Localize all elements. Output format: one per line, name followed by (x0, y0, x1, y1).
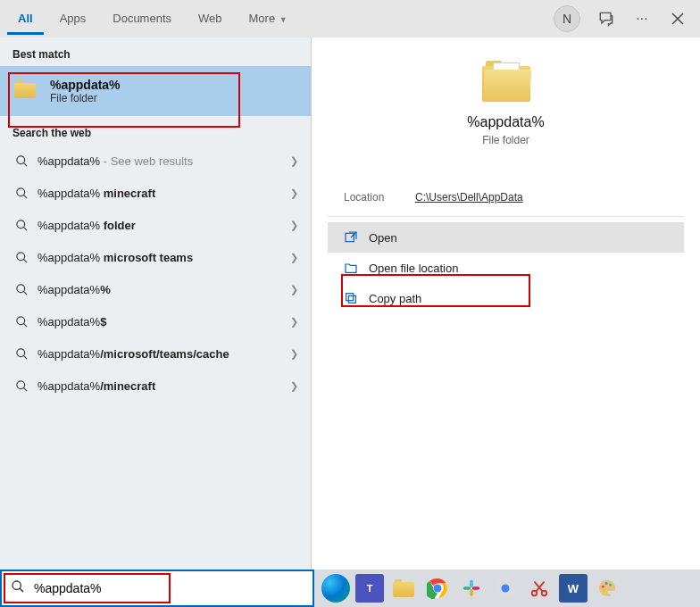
svg-point-40 (603, 589, 605, 592)
chevron-right-icon: ❯ (290, 284, 298, 295)
svg-line-9 (23, 259, 27, 262)
tab-more[interactable]: More ▼ (238, 3, 298, 35)
row-text: %appdata% folder (38, 219, 290, 232)
svg-rect-27 (470, 580, 473, 587)
svg-line-36 (535, 582, 543, 592)
web-result-row[interactable]: %appdata%/minecraft❯ (0, 370, 311, 402)
svg-point-16 (16, 380, 24, 388)
search-icon (12, 283, 30, 296)
web-result-row[interactable]: %appdata% microsoft teams❯ (0, 241, 311, 273)
chevron-right-icon: ❯ (290, 348, 298, 360)
svg-point-12 (16, 316, 24, 324)
best-match-result[interactable]: %appdata% File folder (0, 66, 311, 116)
svg-line-13 (23, 323, 27, 327)
tab-documents[interactable]: Documents (102, 3, 182, 35)
row-text: %appdata% minecraft (38, 187, 290, 200)
open-icon (342, 230, 360, 245)
svg-line-35 (536, 582, 544, 592)
tab-web[interactable]: Web (188, 3, 233, 35)
row-text: %appdata%$ (38, 315, 290, 328)
feedback-icon[interactable] (596, 10, 616, 28)
search-icon (12, 379, 30, 393)
chevron-right-icon: ❯ (290, 220, 298, 231)
web-result-row[interactable]: %appdata% folder❯ (0, 209, 311, 241)
row-text: %appdata% - See web results (38, 154, 290, 168)
chevron-right-icon: ❯ (290, 316, 298, 328)
svg-line-23 (20, 588, 23, 592)
action-open[interactable]: Open (328, 222, 684, 253)
svg-rect-30 (472, 586, 479, 590)
preview-title: %appdata% (328, 114, 684, 130)
user-avatar[interactable]: N (554, 5, 580, 32)
action-copy-path[interactable]: Copy path (328, 283, 684, 313)
chevron-down-icon: ▼ (277, 15, 287, 24)
svg-line-3 (23, 162, 27, 166)
tab-all[interactable]: All (7, 3, 44, 35)
svg-rect-20 (348, 295, 355, 303)
chrome-icon[interactable] (423, 574, 452, 603)
row-text: %appdata%/microsoft/teams/cache (38, 347, 290, 361)
tab-apps[interactable]: Apps (49, 3, 97, 35)
svg-point-8 (16, 252, 24, 260)
word-icon[interactable]: W (559, 574, 588, 603)
folder-icon (14, 80, 39, 102)
svg-point-38 (605, 582, 608, 585)
svg-point-4 (16, 187, 24, 195)
more-icon[interactable]: ··· (632, 11, 652, 27)
search-icon (12, 154, 30, 168)
web-result-row[interactable]: %appdata%/microsoft/teams/cache❯ (0, 337, 311, 370)
web-result-row[interactable]: %appdata%%❯ (0, 273, 311, 305)
best-match-title: %appdata% (50, 78, 121, 92)
search-icon (12, 187, 30, 200)
svg-line-15 (23, 355, 27, 359)
teams-icon[interactable]: T (355, 574, 384, 603)
chevron-right-icon: ❯ (290, 187, 298, 199)
best-match-sub: File folder (50, 92, 121, 104)
svg-point-10 (16, 284, 24, 292)
svg-line-11 (23, 291, 27, 295)
action-label: Open file location (369, 262, 458, 275)
slack-icon[interactable] (457, 574, 486, 603)
location-value[interactable]: C:\Users\Dell\AppData (415, 191, 523, 204)
location-icon (342, 261, 360, 275)
action-label: Copy path (369, 292, 421, 305)
svg-point-32 (502, 585, 510, 593)
search-web-label: Search the web (0, 116, 311, 145)
svg-point-14 (16, 348, 24, 356)
snip-icon[interactable] (525, 574, 554, 603)
tabs-bar: All Apps Documents Web More ▼ (7, 3, 554, 35)
explorer-icon[interactable] (389, 574, 418, 603)
web-result-row[interactable]: %appdata%$❯ (0, 305, 311, 337)
svg-rect-21 (346, 294, 354, 301)
paint-icon[interactable] (593, 574, 621, 603)
svg-point-6 (16, 220, 24, 228)
row-text: %appdata%% (38, 283, 290, 296)
row-text: %appdata%/minecraft (38, 379, 290, 393)
web-result-row[interactable]: %appdata% - See web results❯ (0, 145, 311, 177)
svg-rect-29 (470, 589, 473, 596)
search-icon (11, 579, 27, 597)
copy-icon (342, 291, 360, 305)
chevron-right-icon: ❯ (290, 380, 298, 392)
taskbar-search[interactable] (0, 570, 314, 607)
svg-line-7 (23, 227, 27, 230)
svg-point-37 (602, 586, 604, 588)
svg-point-39 (609, 584, 612, 586)
svg-line-17 (23, 387, 27, 391)
chrome-beta-icon[interactable] (491, 574, 520, 603)
chevron-right-icon: ❯ (290, 252, 298, 263)
folder-large-icon (482, 61, 530, 102)
search-input[interactable] (34, 581, 304, 595)
svg-point-26 (435, 586, 440, 591)
close-icon[interactable] (668, 12, 688, 25)
row-text: %appdata% microsoft teams (38, 251, 290, 264)
location-label: Location (344, 191, 415, 204)
search-icon (12, 347, 30, 361)
action-open-file-location[interactable]: Open file location (328, 253, 684, 283)
taskbar-tray: T W (314, 570, 700, 607)
action-label: Open (369, 231, 397, 245)
search-icon (12, 219, 30, 232)
web-result-row[interactable]: %appdata% minecraft❯ (0, 177, 311, 209)
svg-point-2 (16, 155, 24, 163)
edge-icon[interactable] (321, 574, 350, 603)
